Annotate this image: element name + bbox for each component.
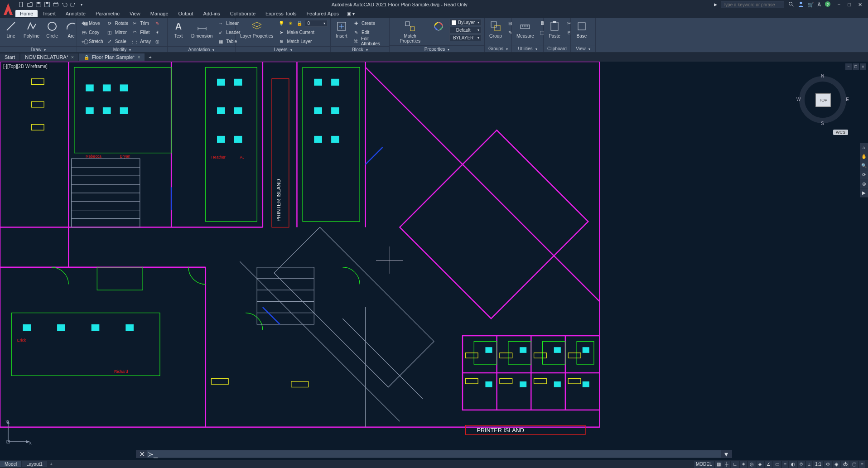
plot-icon[interactable]: [52, 1, 59, 8]
doc-tab-nomenclatura[interactable]: NOMENCLATURA*×: [20, 53, 78, 61]
status-otrack-icon[interactable]: ∠: [765, 461, 772, 468]
minimize-button[interactable]: −: [834, 2, 844, 7]
maximize-button[interactable]: □: [845, 2, 854, 7]
block-panel-expand[interactable]: [365, 47, 368, 52]
close-icon[interactable]: ×: [138, 55, 140, 60]
modify-panel-expand[interactable]: [128, 47, 131, 52]
layout-tab-model[interactable]: Model: [0, 461, 21, 467]
match-properties-button[interactable]: Match Properties: [392, 19, 428, 44]
status-gear-icon[interactable]: ⚙: [824, 461, 832, 468]
status-lwt-icon[interactable]: ≡: [782, 461, 788, 468]
move-button[interactable]: ✥Move: [80, 19, 103, 27]
status-customize-icon[interactable]: ≡: [859, 461, 865, 468]
edit-attributes-button[interactable]: ⌘Edit Attributes: [352, 37, 386, 45]
circle-button[interactable]: Circle: [44, 19, 60, 39]
close-button[interactable]: ✕: [855, 2, 864, 8]
infocenter-arrow-icon[interactable]: ▶: [714, 2, 717, 7]
status-hardware-icon[interactable]: ⏻: [841, 461, 849, 468]
doc-tab-start[interactable]: Start: [0, 53, 19, 61]
modify-extra-2[interactable]: ✶: [154, 28, 161, 36]
array-button[interactable]: ⋮⋮Array: [131, 37, 151, 45]
fillet-button[interactable]: ◠Fillet: [131, 28, 151, 36]
scale-button[interactable]: ⤢Scale: [106, 37, 128, 45]
text-button[interactable]: AText: [170, 19, 187, 39]
annotation-panel-expand[interactable]: [212, 47, 214, 52]
properties-panel-expand[interactable]: [447, 47, 449, 52]
search-input[interactable]: [721, 1, 784, 8]
tab-expresstools[interactable]: Express Tools: [261, 10, 301, 17]
command-line[interactable]: ✕ ≻_ ▾: [136, 450, 732, 458]
mirror-button[interactable]: ◫Mirror: [106, 28, 128, 36]
layer-properties-button[interactable]: Layer Properties: [238, 19, 275, 39]
layer-state-row[interactable]: 💡☀🔓0: [278, 19, 328, 27]
qat-dropdown-icon[interactable]: ▾: [78, 1, 85, 8]
groups-panel-expand[interactable]: [505, 46, 508, 51]
tab-view[interactable]: View: [125, 10, 145, 17]
modify-extra-3[interactable]: ◎: [154, 37, 161, 45]
lineweight-dropdown[interactable]: Default: [449, 27, 482, 34]
color-wheel-button[interactable]: [430, 19, 447, 34]
polyline-button[interactable]: Polyline: [22, 19, 41, 39]
status-cycling-icon[interactable]: ⟳: [798, 461, 805, 468]
ucs-icon[interactable]: X Y: [5, 418, 32, 447]
copy-button[interactable]: ⎘Copy: [80, 28, 103, 36]
layout-tab-layout1[interactable]: Layout1: [22, 461, 47, 467]
new-tab-button[interactable]: +: [145, 54, 154, 60]
save-icon[interactable]: [35, 1, 42, 8]
open-icon[interactable]: [26, 1, 34, 8]
tab-manage[interactable]: Manage: [146, 10, 173, 17]
base-button[interactable]: Base: [574, 19, 590, 39]
match-layer-button[interactable]: ≋Match Layer: [278, 37, 328, 45]
undo-icon[interactable]: [61, 1, 68, 8]
tab-featuredapps[interactable]: Featured Apps: [302, 10, 343, 17]
layers-panel-expand[interactable]: [289, 47, 292, 52]
status-polar-icon[interactable]: ✶: [740, 461, 747, 468]
create-block-button[interactable]: ✚Create: [352, 19, 386, 27]
insert-button[interactable]: Insert: [333, 19, 350, 39]
cmdline-dropdown-icon[interactable]: ▾: [721, 450, 732, 458]
dimension-button[interactable]: Dimension: [189, 19, 214, 39]
close-icon[interactable]: ×: [71, 55, 74, 60]
status-ortho-icon[interactable]: ∟: [731, 461, 739, 468]
paste-button[interactable]: Paste: [546, 19, 563, 39]
tab-collaborate[interactable]: Collaborate: [226, 10, 260, 17]
make-current-button[interactable]: ➤Make Current: [278, 28, 328, 36]
utilities-panel-expand[interactable]: [535, 46, 537, 51]
status-isolate-icon[interactable]: ◉: [833, 461, 840, 468]
group-button[interactable]: Group: [487, 19, 504, 39]
modify-extra-1[interactable]: ✎: [154, 19, 161, 27]
drawing-canvas[interactable]: [-][Top][2D Wireframe] − □ × TOP N S E W…: [0, 62, 868, 460]
help-icon[interactable]: ?: [825, 1, 831, 8]
tab-parametric[interactable]: Parametric: [91, 10, 124, 17]
saveas-icon[interactable]: [43, 1, 51, 8]
tab-insert[interactable]: Insert: [39, 10, 60, 17]
rotate-button[interactable]: ⟳Rotate: [106, 19, 128, 27]
tab-home[interactable]: Home: [15, 10, 38, 17]
status-transparency-icon[interactable]: ◐: [789, 461, 797, 468]
app-exchange-icon[interactable]: Å: [818, 2, 821, 7]
cart-icon[interactable]: 🛒: [808, 2, 814, 8]
draw-panel-expand[interactable]: [43, 47, 46, 52]
color-dropdown[interactable]: ByLayer: [449, 19, 482, 26]
search-icon[interactable]: [788, 1, 794, 8]
status-annoscale-icon[interactable]: ⟂: [806, 461, 812, 468]
status-osnap-icon[interactable]: ◎: [748, 461, 756, 468]
new-icon[interactable]: [18, 1, 25, 8]
signin-icon[interactable]: [798, 1, 804, 8]
line-button[interactable]: Line: [3, 19, 19, 39]
status-cleanscreen-icon[interactable]: ▢: [850, 461, 858, 468]
tabs-more-icon[interactable]: ▣ ▾: [344, 11, 357, 16]
tab-addins[interactable]: Add-ins: [199, 10, 225, 17]
tab-output[interactable]: Output: [174, 10, 198, 17]
trim-button[interactable]: ✂Trim: [131, 19, 151, 27]
cmdline-close-icon[interactable]: ✕: [136, 450, 147, 458]
status-grid-icon[interactable]: ▦: [715, 461, 723, 468]
app-logo[interactable]: [2, 1, 14, 17]
stretch-button[interactable]: ⇔Stretch: [80, 37, 103, 45]
doc-tab-floorplan[interactable]: 🔒Floor Plan Sample*×: [79, 53, 145, 61]
redo-icon[interactable]: [69, 1, 77, 8]
status-snap-icon[interactable]: ┼: [723, 461, 730, 468]
status-model[interactable]: MODEL: [694, 461, 714, 468]
status-scale[interactable]: 1:1: [813, 461, 823, 468]
status-dyn-icon[interactable]: ▭: [773, 461, 781, 468]
